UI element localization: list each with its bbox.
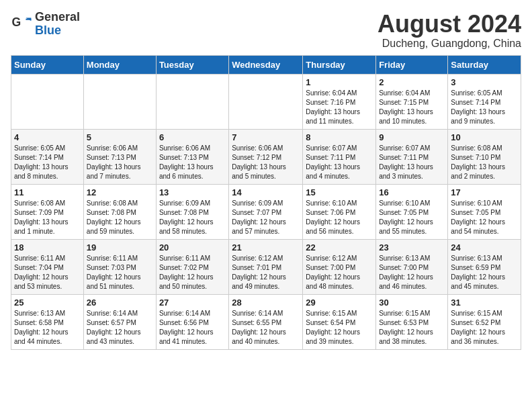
weekday-header-tuesday: Tuesday: [156, 55, 228, 74]
weekday-header-saturday: Saturday: [448, 55, 521, 74]
weekday-header-row: SundayMondayTuesdayWednesdayThursdayFrid…: [11, 55, 521, 74]
day-number: 27: [159, 298, 226, 308]
day-number: 18: [14, 242, 81, 253]
day-info: Sunrise: 6:09 AM Sunset: 7:08 PM Dayligh…: [159, 199, 226, 236]
day-number: 26: [87, 298, 153, 308]
day-number: 25: [14, 298, 81, 308]
month-year: August 2024: [378, 11, 521, 38]
day-number: 8: [306, 132, 373, 142]
day-info: Sunrise: 6:08 AM Sunset: 7:10 PM Dayligh…: [451, 144, 518, 181]
day-info: Sunrise: 6:04 AM Sunset: 7:16 PM Dayligh…: [306, 89, 373, 126]
calendar-cell: 2Sunrise: 6:04 AM Sunset: 7:15 PM Daylig…: [376, 74, 448, 129]
svg-text:G: G: [12, 15, 21, 29]
day-info: Sunrise: 6:08 AM Sunset: 7:08 PM Dayligh…: [87, 199, 153, 236]
calendar-cell: 13Sunrise: 6:09 AM Sunset: 7:08 PM Dayli…: [156, 184, 228, 239]
day-info: Sunrise: 6:06 AM Sunset: 7:13 PM Dayligh…: [87, 144, 153, 181]
calendar-cell: 7Sunrise: 6:06 AM Sunset: 7:12 PM Daylig…: [229, 129, 303, 184]
day-info: Sunrise: 6:15 AM Sunset: 6:52 PM Dayligh…: [451, 309, 518, 347]
day-info: Sunrise: 6:11 AM Sunset: 7:04 PM Dayligh…: [14, 254, 81, 291]
calendar-cell: 14Sunrise: 6:09 AM Sunset: 7:07 PM Dayli…: [229, 184, 303, 239]
calendar-cell: 25Sunrise: 6:13 AM Sunset: 6:58 PM Dayli…: [11, 294, 84, 349]
day-info: Sunrise: 6:13 AM Sunset: 6:59 PM Dayligh…: [451, 254, 518, 291]
calendar-cell: 11Sunrise: 6:08 AM Sunset: 7:09 PM Dayli…: [11, 184, 84, 239]
day-info: Sunrise: 6:07 AM Sunset: 7:11 PM Dayligh…: [306, 144, 373, 181]
day-number: 22: [306, 242, 373, 253]
day-number: 16: [379, 187, 445, 197]
calendar-cell: 21Sunrise: 6:12 AM Sunset: 7:01 PM Dayli…: [229, 239, 303, 294]
calendar-cell: 16Sunrise: 6:10 AM Sunset: 7:05 PM Dayli…: [376, 184, 448, 239]
week-row-5: 25Sunrise: 6:13 AM Sunset: 6:58 PM Dayli…: [11, 294, 521, 349]
logo: G General Blue: [11, 11, 80, 38]
day-number: 5: [87, 132, 153, 142]
calendar-cell: 23Sunrise: 6:13 AM Sunset: 7:00 PM Dayli…: [376, 239, 448, 294]
day-info: Sunrise: 6:12 AM Sunset: 7:00 PM Dayligh…: [306, 254, 373, 291]
day-number: 7: [232, 132, 300, 142]
day-info: Sunrise: 6:06 AM Sunset: 7:12 PM Dayligh…: [232, 144, 300, 181]
calendar-cell: 5Sunrise: 6:06 AM Sunset: 7:13 PM Daylig…: [83, 129, 156, 184]
day-number: 23: [379, 242, 445, 253]
calendar-cell: 15Sunrise: 6:10 AM Sunset: 7:06 PM Dayli…: [303, 184, 376, 239]
day-number: 9: [379, 132, 445, 142]
week-row-3: 11Sunrise: 6:08 AM Sunset: 7:09 PM Dayli…: [11, 184, 521, 239]
calendar-cell: [156, 74, 228, 129]
day-number: 12: [87, 187, 153, 197]
day-info: Sunrise: 6:04 AM Sunset: 7:15 PM Dayligh…: [379, 89, 445, 126]
calendar-cell: 27Sunrise: 6:14 AM Sunset: 6:56 PM Dayli…: [156, 294, 228, 349]
calendar-cell: 19Sunrise: 6:11 AM Sunset: 7:03 PM Dayli…: [83, 239, 156, 294]
calendar-cell: 31Sunrise: 6:15 AM Sunset: 6:52 PM Dayli…: [448, 294, 521, 349]
day-info: Sunrise: 6:14 AM Sunset: 6:56 PM Dayligh…: [159, 309, 226, 347]
day-info: Sunrise: 6:05 AM Sunset: 7:14 PM Dayligh…: [451, 89, 518, 126]
calendar-cell: 18Sunrise: 6:11 AM Sunset: 7:04 PM Dayli…: [11, 239, 84, 294]
weekday-header-monday: Monday: [83, 55, 156, 74]
calendar-cell: [229, 74, 303, 129]
day-number: 31: [451, 298, 518, 308]
week-row-1: 1Sunrise: 6:04 AM Sunset: 7:16 PM Daylig…: [11, 74, 521, 129]
day-info: Sunrise: 6:06 AM Sunset: 7:13 PM Dayligh…: [159, 144, 226, 181]
day-number: 30: [379, 298, 445, 308]
calendar-cell: 10Sunrise: 6:08 AM Sunset: 7:10 PM Dayli…: [448, 129, 521, 184]
day-number: 6: [159, 132, 226, 142]
calendar-cell: 26Sunrise: 6:14 AM Sunset: 6:57 PM Dayli…: [83, 294, 156, 349]
title-block: August 2024 Ducheng, Guangdong, China: [378, 11, 521, 50]
week-row-2: 4Sunrise: 6:05 AM Sunset: 7:14 PM Daylig…: [11, 129, 521, 184]
calendar-cell: 30Sunrise: 6:15 AM Sunset: 6:53 PM Dayli…: [376, 294, 448, 349]
day-info: Sunrise: 6:10 AM Sunset: 7:05 PM Dayligh…: [451, 199, 518, 236]
day-info: Sunrise: 6:08 AM Sunset: 7:09 PM Dayligh…: [14, 199, 81, 236]
day-info: Sunrise: 6:10 AM Sunset: 7:05 PM Dayligh…: [379, 199, 445, 236]
calendar-cell: [83, 74, 156, 129]
day-info: Sunrise: 6:13 AM Sunset: 6:58 PM Dayligh…: [14, 309, 81, 347]
day-number: 29: [306, 298, 373, 308]
day-number: 19: [87, 242, 153, 253]
weekday-header-sunday: Sunday: [11, 55, 84, 74]
day-number: 17: [451, 187, 518, 197]
calendar-cell: 29Sunrise: 6:15 AM Sunset: 6:54 PM Dayli…: [303, 294, 376, 349]
calendar-cell: 20Sunrise: 6:11 AM Sunset: 7:02 PM Dayli…: [156, 239, 228, 294]
day-number: 20: [159, 242, 226, 253]
day-info: Sunrise: 6:12 AM Sunset: 7:01 PM Dayligh…: [232, 254, 300, 291]
calendar-table: SundayMondayTuesdayWednesdayThursdayFrid…: [11, 55, 521, 350]
day-number: 10: [451, 132, 518, 142]
calendar-cell: 1Sunrise: 6:04 AM Sunset: 7:16 PM Daylig…: [303, 74, 376, 129]
logo-general-text: General: [35, 11, 80, 24]
day-number: 13: [159, 187, 226, 197]
day-info: Sunrise: 6:14 AM Sunset: 6:55 PM Dayligh…: [232, 309, 300, 347]
page-header: G General Blue August 2024 Ducheng, Guan…: [11, 11, 521, 50]
day-info: Sunrise: 6:10 AM Sunset: 7:06 PM Dayligh…: [306, 199, 373, 236]
day-number: 24: [451, 242, 518, 253]
day-info: Sunrise: 6:11 AM Sunset: 7:03 PM Dayligh…: [87, 254, 153, 291]
weekday-header-wednesday: Wednesday: [229, 55, 303, 74]
day-info: Sunrise: 6:07 AM Sunset: 7:11 PM Dayligh…: [379, 144, 445, 181]
day-number: 1: [306, 77, 373, 87]
weekday-header-thursday: Thursday: [303, 55, 376, 74]
calendar-cell: 24Sunrise: 6:13 AM Sunset: 6:59 PM Dayli…: [448, 239, 521, 294]
day-number: 15: [306, 187, 373, 197]
calendar-cell: 17Sunrise: 6:10 AM Sunset: 7:05 PM Dayli…: [448, 184, 521, 239]
logo-icon: G: [11, 13, 32, 35]
calendar-cell: 3Sunrise: 6:05 AM Sunset: 7:14 PM Daylig…: [448, 74, 521, 129]
day-info: Sunrise: 6:15 AM Sunset: 6:53 PM Dayligh…: [379, 309, 445, 347]
calendar-cell: 6Sunrise: 6:06 AM Sunset: 7:13 PM Daylig…: [156, 129, 228, 184]
day-info: Sunrise: 6:13 AM Sunset: 7:00 PM Dayligh…: [379, 254, 445, 291]
calendar-cell: 9Sunrise: 6:07 AM Sunset: 7:11 PM Daylig…: [376, 129, 448, 184]
day-number: 4: [14, 132, 81, 142]
day-info: Sunrise: 6:15 AM Sunset: 6:54 PM Dayligh…: [306, 309, 373, 347]
